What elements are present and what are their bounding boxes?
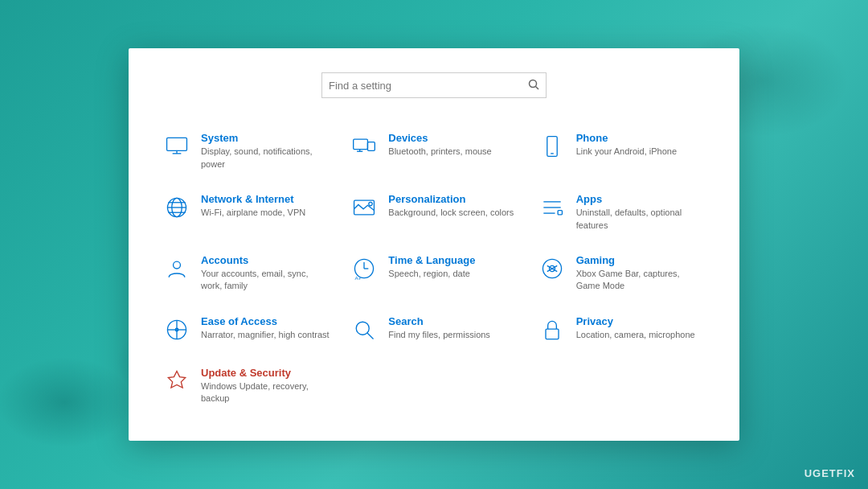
search-icon bbox=[528, 79, 539, 92]
devices-icon bbox=[350, 132, 379, 161]
setting-item-phone[interactable]: Phone Link your Android, iPhone bbox=[528, 121, 715, 182]
phone-title: Phone bbox=[576, 132, 706, 144]
svg-rect-2 bbox=[167, 138, 187, 151]
setting-item-system[interactable]: System Display, sound, notifications, po… bbox=[153, 121, 340, 182]
setting-item-privacy[interactable]: Privacy Location, camera, microphone bbox=[528, 304, 715, 355]
apps-icon bbox=[538, 193, 567, 222]
svg-rect-5 bbox=[354, 140, 368, 150]
svg-rect-35 bbox=[546, 329, 559, 339]
ease-desc: Narrator, magnifier, high contrast bbox=[201, 329, 330, 341]
gaming-desc: Xbox Game Bar, captures, Game Mode bbox=[576, 268, 706, 293]
svg-line-34 bbox=[367, 332, 374, 339]
system-icon bbox=[162, 132, 191, 161]
system-desc: Display, sound, notifications, power bbox=[201, 146, 330, 171]
apps-title: Apps bbox=[576, 193, 706, 205]
watermark: UGETFIX bbox=[805, 467, 855, 479]
setting-item-time[interactable]: A+ Time & Language Speech, region, date bbox=[340, 243, 527, 304]
network-title: Network & Internet bbox=[201, 193, 330, 205]
gaming-icon bbox=[538, 254, 567, 283]
update-text: Update & Security Windows Update, recove… bbox=[201, 367, 330, 405]
apps-desc: Uninstall, defaults, optional features bbox=[576, 207, 706, 232]
time-desc: Speech, region, date bbox=[388, 268, 518, 280]
accounts-desc: Your accounts, email, sync, work, family bbox=[201, 268, 330, 293]
search-bar-container bbox=[153, 72, 715, 98]
setting-item-personalization[interactable]: Personalization Background, lock screen,… bbox=[340, 182, 527, 243]
svg-line-1 bbox=[536, 86, 539, 89]
search-bar[interactable] bbox=[321, 72, 547, 98]
ease-text: Ease of Access Narrator, magnifier, high… bbox=[201, 315, 330, 341]
phone-text: Phone Link your Android, iPhone bbox=[576, 132, 706, 158]
personalization-text: Personalization Background, lock screen,… bbox=[388, 193, 518, 219]
search-icon bbox=[350, 315, 379, 344]
devices-text: Devices Bluetooth, printers, mouse bbox=[388, 132, 518, 158]
search-text: Search Find my files, permissions bbox=[388, 315, 518, 341]
gaming-title: Gaming bbox=[576, 254, 706, 266]
settings-grid: System Display, sound, notifications, po… bbox=[153, 121, 715, 416]
setting-item-apps[interactable]: Apps Uninstall, defaults, optional featu… bbox=[528, 182, 715, 243]
accounts-icon bbox=[162, 254, 191, 283]
search-title: Search bbox=[388, 315, 518, 327]
gaming-text: Gaming Xbox Game Bar, captures, Game Mod… bbox=[576, 254, 706, 293]
setting-item-accounts[interactable]: Accounts Your accounts, email, sync, wor… bbox=[153, 243, 340, 304]
network-desc: Wi-Fi, airplane mode, VPN bbox=[201, 207, 330, 219]
ease-icon bbox=[162, 315, 191, 344]
privacy-icon bbox=[538, 315, 567, 344]
phone-icon bbox=[538, 132, 567, 161]
update-icon bbox=[162, 367, 191, 396]
search-input[interactable] bbox=[329, 80, 528, 92]
time-title: Time & Language bbox=[388, 254, 518, 266]
devices-desc: Bluetooth, printers, mouse bbox=[388, 146, 518, 158]
update-title: Update & Security bbox=[201, 367, 330, 379]
accounts-title: Accounts bbox=[201, 254, 330, 266]
phone-desc: Link your Android, iPhone bbox=[576, 146, 706, 158]
search-desc: Find my files, permissions bbox=[388, 329, 518, 341]
setting-item-devices[interactable]: Devices Bluetooth, printers, mouse bbox=[340, 121, 527, 182]
time-icon: A+ bbox=[350, 254, 379, 283]
svg-rect-6 bbox=[368, 142, 375, 151]
setting-item-ease[interactable]: Ease of Access Narrator, magnifier, high… bbox=[153, 304, 340, 355]
ease-title: Ease of Access bbox=[201, 315, 330, 327]
system-text: System Display, sound, notifications, po… bbox=[201, 132, 330, 171]
svg-point-22 bbox=[174, 261, 181, 269]
update-desc: Windows Update, recovery, backup bbox=[201, 380, 330, 405]
system-title: System bbox=[201, 132, 330, 144]
privacy-desc: Location, camera, microphone bbox=[576, 329, 706, 341]
settings-window: System Display, sound, notifications, po… bbox=[129, 48, 739, 440]
setting-item-network[interactable]: Network & Internet Wi-Fi, airplane mode,… bbox=[153, 182, 340, 243]
network-text: Network & Internet Wi-Fi, airplane mode,… bbox=[201, 193, 330, 219]
setting-item-gaming[interactable]: Gaming Xbox Game Bar, captures, Game Mod… bbox=[528, 243, 715, 304]
setting-item-search[interactable]: Search Find my files, permissions bbox=[340, 304, 527, 355]
personalization-title: Personalization bbox=[388, 193, 518, 205]
personalization-icon bbox=[350, 193, 379, 222]
apps-text: Apps Uninstall, defaults, optional featu… bbox=[576, 193, 706, 232]
setting-item-update[interactable]: Update & Security Windows Update, recove… bbox=[153, 355, 340, 417]
privacy-title: Privacy bbox=[576, 315, 706, 327]
accounts-text: Accounts Your accounts, email, sync, wor… bbox=[201, 254, 330, 293]
privacy-text: Privacy Location, camera, microphone bbox=[576, 315, 706, 341]
time-text: Time & Language Speech, region, date bbox=[388, 254, 518, 280]
devices-title: Devices bbox=[388, 132, 518, 144]
svg-point-0 bbox=[530, 80, 537, 87]
personalization-desc: Background, lock screen, colors bbox=[388, 207, 518, 219]
svg-text:A+: A+ bbox=[355, 275, 362, 281]
svg-rect-21 bbox=[558, 211, 562, 215]
network-icon bbox=[162, 193, 191, 222]
svg-point-17 bbox=[369, 203, 372, 206]
